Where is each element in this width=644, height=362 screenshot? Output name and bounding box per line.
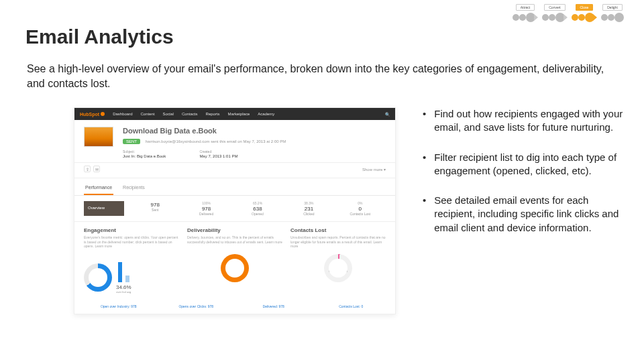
funnel-step-attract: Attract <box>516 4 535 11</box>
bar-chart-icon <box>116 254 131 282</box>
nav-item[interactable]: Reports <box>206 112 220 116</box>
subject-label: Subject: <box>123 149 166 154</box>
deliver-ring-icon: 100%Delivered 978 <box>221 254 249 282</box>
overview-label: Overview <box>84 201 124 216</box>
metric-delivered: 100%978Delivered <box>180 201 231 216</box>
subject-value: Just In: Big Data e.Book <box>123 154 166 158</box>
tab-performance[interactable]: Performance <box>84 182 113 195</box>
email-thumbnail <box>84 127 113 147</box>
email-header-card: Download Big Data e.Book SENT harrison.b… <box>74 120 395 163</box>
sent-line: harrison.boyce@16sysinbound.com sent thi… <box>146 139 286 143</box>
export-icon[interactable]: ⇪ <box>84 166 91 172</box>
panel-deliverability: Deliverability Delivery, bounces, and so… <box>187 227 282 294</box>
status-badge: SENT <box>123 139 140 144</box>
lost-ring-icon: 0%Contacts Lost 0 <box>324 254 352 282</box>
search-icon[interactable]: 🔍 <box>385 112 390 117</box>
hubspot-logo: HubSpot <box>80 112 105 117</box>
funnel-diagram: Attract Convert Close Delight <box>513 4 624 22</box>
slide-intro: See a high-level overview of your email'… <box>27 62 610 92</box>
funnel-step-delight: Delight <box>602 4 623 11</box>
bullet-list: •Find out how recipients engaged with yo… <box>423 107 624 251</box>
bullet-item: •See detailed email events for each reci… <box>423 194 624 235</box>
slide-title: Email Analytics <box>25 25 174 48</box>
caption: Opens over Clicks: 978 <box>162 304 231 308</box>
bullet-item: •Filter recipient list to dig into each … <box>423 151 624 178</box>
analytics-screenshot: HubSpot Dashboard Content Social Contact… <box>74 107 396 314</box>
created-label: Created: <box>199 149 237 154</box>
funnel-step-close: Close <box>576 4 594 11</box>
tabs: Performance Recipients <box>74 178 395 196</box>
detail-panels: Engagement Everyone's favorite metric: o… <box>74 222 395 300</box>
open-ring-icon: 65.2%Opened 638 <box>84 263 112 292</box>
metric-sent: 978Sent <box>129 201 180 216</box>
nav-item[interactable]: Academy <box>258 112 274 116</box>
overview-row: Overview 978Sent 100%978Delivered 65.2%6… <box>74 196 395 222</box>
created-value: May 7, 2013 1:01 PM <box>199 154 237 158</box>
panel-engagement: Engagement Everyone's favorite metric: o… <box>84 227 179 294</box>
caption: Delivered: 978 <box>239 304 309 308</box>
nav-item[interactable]: Marketplace <box>228 112 250 116</box>
email-title: Download Big Data e.Book <box>123 127 386 135</box>
bullet-item: •Find out how recipients engaged with yo… <box>423 107 624 135</box>
metric-contacts-lost: 0%0Contacts Lost <box>335 201 386 216</box>
caption: Open over Industry: 978 <box>84 304 154 308</box>
nav-item[interactable]: Dashboard <box>113 112 132 116</box>
funnel-step-convert: Convert <box>544 4 566 11</box>
panel-contacts-lost: Contacts Lost Unsubscribes and spam repo… <box>290 227 386 294</box>
metric-clicked: 38.3%231Clicked <box>283 201 334 216</box>
nav-item[interactable]: Contacts <box>182 112 198 116</box>
email-icon[interactable]: ✉ <box>93 166 100 172</box>
app-top-nav: HubSpot Dashboard Content Social Contact… <box>74 108 395 120</box>
tab-recipients[interactable]: Recipients <box>121 182 146 195</box>
nav-item[interactable]: Content <box>141 112 155 116</box>
show-more-link[interactable]: Show more ▾ <box>362 167 386 172</box>
caption: Contacts Lost: 0 <box>317 304 386 308</box>
nav-item[interactable]: Social <box>163 112 174 116</box>
metric-opened: 65.2%638Opened <box>232 201 283 216</box>
